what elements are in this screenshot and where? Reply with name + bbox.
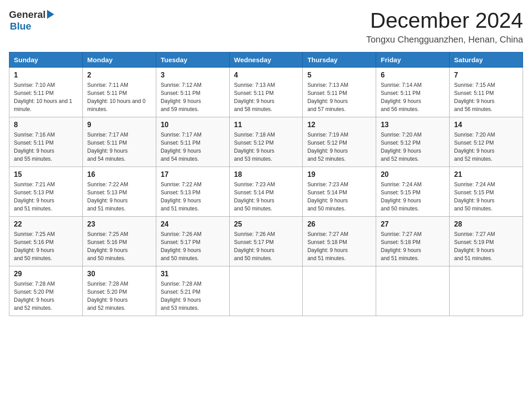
day-number: 28 <box>454 220 518 228</box>
day-number: 29 <box>14 270 78 278</box>
calendar-cell: 17 Sunrise: 7:22 AMSunset: 5:13 PMDaylig… <box>156 167 229 216</box>
day-info: Sunrise: 7:14 AMSunset: 5:11 PMDaylight:… <box>381 81 445 113</box>
day-info: Sunrise: 7:25 AMSunset: 5:16 PMDaylight:… <box>14 230 78 262</box>
calendar-cell: 27 Sunrise: 7:27 AMSunset: 5:18 PMDaylig… <box>376 216 450 266</box>
calendar-cell: 6 Sunrise: 7:14 AMSunset: 5:11 PMDayligh… <box>376 67 450 117</box>
day-info: Sunrise: 7:26 AMSunset: 5:17 PMDaylight:… <box>161 230 225 262</box>
day-number: 15 <box>14 171 78 179</box>
logo-arrow-icon <box>47 10 54 19</box>
calendar-cell: 13 Sunrise: 7:20 AMSunset: 5:12 PMDaylig… <box>376 117 450 167</box>
day-info: Sunrise: 7:22 AMSunset: 5:13 PMDaylight:… <box>161 180 225 213</box>
day-number: 21 <box>454 171 518 179</box>
day-number: 24 <box>161 220 225 228</box>
title-area: December 2024 Tongxu Chengguanzhen, Hena… <box>366 9 523 45</box>
day-number: 12 <box>307 121 371 129</box>
calendar-cell: 23 Sunrise: 7:25 AMSunset: 5:16 PMDaylig… <box>82 216 156 266</box>
calendar-cell: 8 Sunrise: 7:16 AMSunset: 5:11 PMDayligh… <box>9 117 83 167</box>
calendar-cell <box>376 266 450 316</box>
day-info: Sunrise: 7:19 AMSunset: 5:12 PMDaylight:… <box>307 131 371 163</box>
day-number: 27 <box>381 220 445 228</box>
day-info: Sunrise: 7:28 AMSunset: 5:20 PMDaylight:… <box>14 280 78 312</box>
calendar-cell: 15 Sunrise: 7:21 AMSunset: 5:13 PMDaylig… <box>9 167 83 216</box>
day-number: 16 <box>87 171 151 179</box>
calendar-cell <box>450 266 523 316</box>
day-number: 25 <box>234 220 298 228</box>
day-number: 14 <box>454 121 518 129</box>
day-info: Sunrise: 7:22 AMSunset: 5:13 PMDaylight:… <box>87 180 151 213</box>
calendar-cell: 1 Sunrise: 7:10 AMSunset: 5:11 PMDayligh… <box>9 67 83 117</box>
day-info: Sunrise: 7:10 AMSunset: 5:11 PMDaylight:… <box>14 81 78 113</box>
calendar-cell: 10 Sunrise: 7:17 AMSunset: 5:11 PMDaylig… <box>156 117 229 167</box>
calendar-header-saturday: Saturday <box>450 52 523 67</box>
day-info: Sunrise: 7:15 AMSunset: 5:11 PMDaylight:… <box>454 81 518 113</box>
calendar-week-row: 15 Sunrise: 7:21 AMSunset: 5:13 PMDaylig… <box>9 167 523 216</box>
calendar-header-wednesday: Wednesday <box>229 52 303 67</box>
calendar-cell <box>229 266 303 316</box>
calendar-cell: 9 Sunrise: 7:17 AMSunset: 5:11 PMDayligh… <box>82 117 156 167</box>
calendar-header-thursday: Thursday <box>303 52 376 67</box>
calendar-cell: 3 Sunrise: 7:12 AMSunset: 5:11 PMDayligh… <box>156 67 229 117</box>
day-info: Sunrise: 7:18 AMSunset: 5:12 PMDaylight:… <box>234 131 298 163</box>
day-number: 7 <box>454 71 518 79</box>
day-info: Sunrise: 7:12 AMSunset: 5:11 PMDaylight:… <box>161 81 225 113</box>
calendar-cell: 21 Sunrise: 7:24 AMSunset: 5:15 PMDaylig… <box>450 167 523 216</box>
calendar-cell: 14 Sunrise: 7:20 AMSunset: 5:12 PMDaylig… <box>450 117 523 167</box>
day-info: Sunrise: 7:13 AMSunset: 5:11 PMDaylight:… <box>307 81 371 113</box>
calendar-cell: 5 Sunrise: 7:13 AMSunset: 5:11 PMDayligh… <box>303 67 376 117</box>
calendar-header-monday: Monday <box>82 52 156 67</box>
day-info: Sunrise: 7:21 AMSunset: 5:13 PMDaylight:… <box>14 180 78 213</box>
page-header: General Blue December 2024 Tongxu Chengg… <box>9 9 523 45</box>
page-title: December 2024 <box>366 9 523 33</box>
calendar-cell: 11 Sunrise: 7:18 AMSunset: 5:12 PMDaylig… <box>229 117 303 167</box>
calendar-week-row: 22 Sunrise: 7:25 AMSunset: 5:16 PMDaylig… <box>9 216 523 266</box>
day-info: Sunrise: 7:24 AMSunset: 5:15 PMDaylight:… <box>381 180 445 213</box>
day-info: Sunrise: 7:20 AMSunset: 5:12 PMDaylight:… <box>454 131 518 163</box>
day-number: 17 <box>161 171 225 179</box>
calendar-header-sunday: Sunday <box>9 52 83 67</box>
logo-general: General <box>9 9 46 21</box>
calendar-header-friday: Friday <box>376 52 450 67</box>
day-number: 6 <box>381 71 445 79</box>
day-info: Sunrise: 7:17 AMSunset: 5:11 PMDaylight:… <box>87 131 151 163</box>
day-info: Sunrise: 7:24 AMSunset: 5:15 PMDaylight:… <box>454 180 518 213</box>
day-number: 2 <box>87 71 151 79</box>
calendar-cell: 7 Sunrise: 7:15 AMSunset: 5:11 PMDayligh… <box>450 67 523 117</box>
calendar-table: SundayMondayTuesdayWednesdayThursdayFrid… <box>9 52 523 316</box>
calendar-cell: 25 Sunrise: 7:26 AMSunset: 5:17 PMDaylig… <box>229 216 303 266</box>
day-number: 4 <box>234 71 298 79</box>
calendar-cell: 30 Sunrise: 7:28 AMSunset: 5:20 PMDaylig… <box>82 266 156 316</box>
day-info: Sunrise: 7:13 AMSunset: 5:11 PMDaylight:… <box>234 81 298 113</box>
calendar-cell: 4 Sunrise: 7:13 AMSunset: 5:11 PMDayligh… <box>229 67 303 117</box>
calendar-week-row: 1 Sunrise: 7:10 AMSunset: 5:11 PMDayligh… <box>9 67 523 117</box>
calendar-cell: 12 Sunrise: 7:19 AMSunset: 5:12 PMDaylig… <box>303 117 376 167</box>
day-number: 26 <box>307 220 371 228</box>
calendar-cell: 24 Sunrise: 7:26 AMSunset: 5:17 PMDaylig… <box>156 216 229 266</box>
day-number: 19 <box>307 171 371 179</box>
logo: General Blue <box>9 9 54 32</box>
day-info: Sunrise: 7:26 AMSunset: 5:17 PMDaylight:… <box>234 230 298 262</box>
day-number: 13 <box>381 121 445 129</box>
page-subtitle: Tongxu Chengguanzhen, Henan, China <box>366 34 523 45</box>
day-number: 1 <box>14 71 78 79</box>
day-number: 31 <box>161 270 225 278</box>
calendar-cell: 20 Sunrise: 7:24 AMSunset: 5:15 PMDaylig… <box>376 167 450 216</box>
calendar-week-row: 8 Sunrise: 7:16 AMSunset: 5:11 PMDayligh… <box>9 117 523 167</box>
calendar-week-row: 29 Sunrise: 7:28 AMSunset: 5:20 PMDaylig… <box>9 266 523 316</box>
day-info: Sunrise: 7:16 AMSunset: 5:11 PMDaylight:… <box>14 131 78 163</box>
calendar-header-tuesday: Tuesday <box>156 52 229 67</box>
day-info: Sunrise: 7:23 AMSunset: 5:14 PMDaylight:… <box>307 180 371 213</box>
calendar-cell: 22 Sunrise: 7:25 AMSunset: 5:16 PMDaylig… <box>9 216 83 266</box>
calendar-cell: 16 Sunrise: 7:22 AMSunset: 5:13 PMDaylig… <box>82 167 156 216</box>
day-info: Sunrise: 7:11 AMSunset: 5:11 PMDaylight:… <box>87 81 151 113</box>
day-info: Sunrise: 7:25 AMSunset: 5:16 PMDaylight:… <box>87 230 151 262</box>
day-info: Sunrise: 7:20 AMSunset: 5:12 PMDaylight:… <box>381 131 445 163</box>
day-number: 3 <box>161 71 225 79</box>
day-info: Sunrise: 7:27 AMSunset: 5:18 PMDaylight:… <box>381 230 445 262</box>
day-info: Sunrise: 7:17 AMSunset: 5:11 PMDaylight:… <box>161 131 225 163</box>
day-info: Sunrise: 7:28 AMSunset: 5:21 PMDaylight:… <box>161 280 225 312</box>
calendar-cell: 28 Sunrise: 7:27 AMSunset: 5:19 PMDaylig… <box>450 216 523 266</box>
calendar-cell: 18 Sunrise: 7:23 AMSunset: 5:14 PMDaylig… <box>229 167 303 216</box>
day-number: 23 <box>87 220 151 228</box>
day-number: 9 <box>87 121 151 129</box>
day-number: 30 <box>87 270 151 278</box>
